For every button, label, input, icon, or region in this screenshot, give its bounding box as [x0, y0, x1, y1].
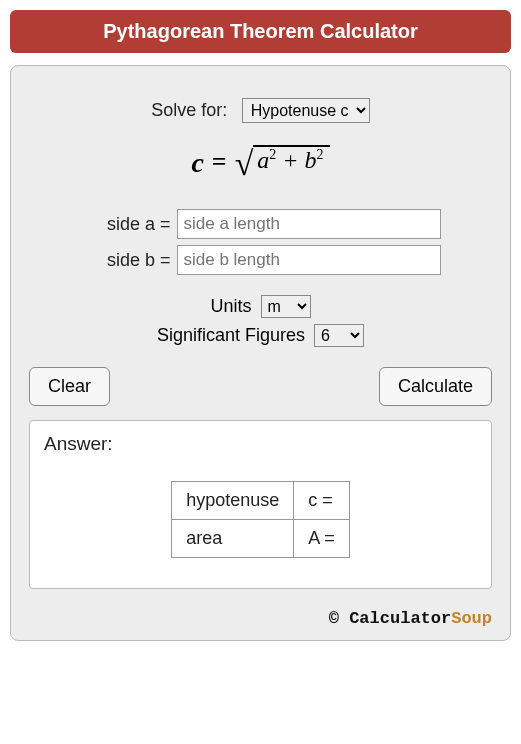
formula-radicand: a2 + b2 — [253, 145, 329, 179]
formula-display: c = √ a2 + b2 — [29, 145, 492, 179]
footer-credit: © CalculatorSoup — [29, 609, 492, 628]
solve-for-row: Solve for: Hypotenuse c — [29, 98, 492, 123]
result-symbol: A = — [294, 520, 350, 558]
calculate-button[interactable]: Calculate — [379, 367, 492, 406]
result-symbol: c = — [294, 482, 350, 520]
answer-box: Answer: hypotenuse c = area A = — [29, 420, 492, 589]
side-b-label: side b = — [81, 250, 171, 271]
result-table: hypotenuse c = area A = — [171, 481, 350, 558]
sqrt-icon: √ — [235, 147, 254, 181]
table-row: area A = — [172, 520, 350, 558]
sigfigs-label: Significant Figures — [157, 325, 305, 345]
result-name: area — [172, 520, 294, 558]
result-name: hypotenuse — [172, 482, 294, 520]
units-label: Units — [210, 296, 251, 316]
page-title: Pythagorean Theorem Calculator — [10, 10, 511, 53]
calculator-panel: Solve for: Hypotenuse c c = √ a2 + b2 si… — [10, 65, 511, 641]
units-row: Units m — [29, 295, 492, 318]
solve-for-select[interactable]: Hypotenuse c — [242, 98, 370, 123]
button-row: Clear Calculate — [29, 367, 492, 406]
sigfigs-select[interactable]: 6 — [314, 324, 364, 347]
formula-lhs: c — [191, 147, 203, 179]
equals-sign: = — [212, 147, 227, 177]
answer-label: Answer: — [44, 433, 477, 455]
solve-for-label: Solve for: — [151, 100, 227, 120]
side-a-input[interactable] — [177, 209, 441, 239]
clear-button[interactable]: Clear — [29, 367, 110, 406]
units-select[interactable]: m — [261, 295, 311, 318]
side-a-label: side a = — [81, 214, 171, 235]
table-row: hypotenuse c = — [172, 482, 350, 520]
inputs-group: side a = side b = — [81, 209, 441, 275]
side-b-input[interactable] — [177, 245, 441, 275]
sigfigs-row: Significant Figures 6 — [29, 324, 492, 347]
